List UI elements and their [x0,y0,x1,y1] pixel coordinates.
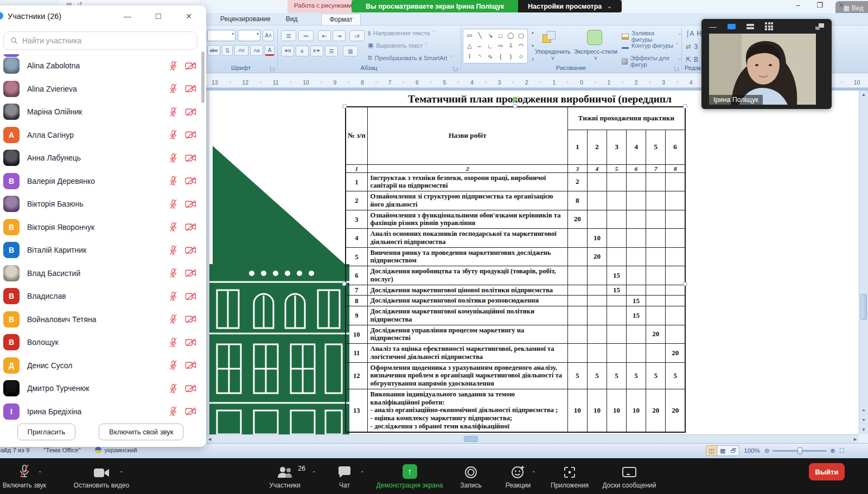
tab-format[interactable]: Формат [321,14,361,25]
window-restore-button[interactable]: ❐ [815,1,825,9]
line-spacing-button[interactable]: ↕≡ [349,30,365,41]
participant-row[interactable]: Маріна Олійник [0,100,206,124]
scroll-down-arrow[interactable]: ▼ [859,426,868,434]
drawing-dialog-launcher[interactable]: ↘ [674,66,679,71]
tab-review[interactable]: Рецензирование [213,14,278,24]
shape-glyph[interactable]: ∿ [488,53,493,60]
previous-slide-button[interactable]: ⏶ [859,406,868,415]
shape-glyph[interactable]: ⌐ [478,43,481,49]
unmute-control[interactable]: ⌃ Включить звук [0,463,60,489]
whiteboards-control[interactable]: Доски сообщений [597,463,662,489]
shape-outline-button[interactable]: Контур фигуры ˇ [622,42,678,49]
resize-handle-mid-left[interactable] [342,282,346,286]
next-slide-button[interactable]: ⏷ [859,416,868,425]
participant-row[interactable]: Анна Лабунець [0,146,206,170]
unmute-self-button[interactable]: Включить свой звук [99,424,183,440]
strikethrough-button[interactable]: abc [207,45,220,56]
select-button[interactable]: ⇱В [686,56,698,63]
paragraph-dialog-launcher[interactable]: ↘ [454,66,458,71]
shape-glyph[interactable]: ∟ [487,43,493,49]
slideshow-button[interactable]: 🗗 [728,446,739,455]
zoom-in-icon[interactable]: ⊕ [830,447,835,454]
participant-row[interactable]: AАлла Сагінур [0,124,206,147]
justify-button[interactable]: ☰ [325,46,338,56]
zoom-slider[interactable]: ⊖⊕ [764,447,835,454]
reactions-caret[interactable]: ⌃ [532,470,536,476]
scroll-right-arrow[interactable]: ► [853,435,858,444]
shape-glyph[interactable]: ↘ [488,32,493,39]
find-button[interactable]: ⌠AН [686,30,701,37]
scroll-left-arrow[interactable]: ◄ [207,435,212,444]
columns-button[interactable]: ▥ [343,46,358,56]
resize-handle-top-left[interactable] [342,104,347,108]
increase-indent-button[interactable]: ⇥ [333,30,346,41]
active-speaker-view-icon[interactable] [727,24,736,29]
participant-row[interactable]: ІІрина Бредіхіна [0,400,206,424]
text-direction-button[interactable]: ⫵Направление текста ˇ [368,29,435,36]
gallery-view-icon[interactable] [765,22,773,30]
strip-view-icon[interactable] [746,24,754,29]
shape-fill-button[interactable]: Заливка фигуры ˇ [622,30,681,43]
font-name-combo[interactable] [207,30,235,41]
search-participant-box[interactable]: Найти участника [3,31,197,50]
record-control[interactable]: Запись [455,463,487,489]
shape-glyph[interactable]: ⇩ [508,42,513,49]
shadow-button[interactable]: S [222,45,233,56]
character-spacing-button[interactable]: AV [234,45,248,56]
share-screen-control[interactable]: ↑ Демонстрация экрана [372,463,448,489]
font-color-button[interactable]: A [265,45,275,56]
tab-view[interactable]: Вид [278,14,305,24]
hscroll-thumb[interactable] [464,436,478,442]
shape-glyph[interactable]: ╲ [478,32,482,39]
shape-glyph[interactable]: ☆ [519,53,524,60]
normal-view-button[interactable]: ◫ [706,446,717,455]
font-dialog-launcher[interactable]: ↘ [270,66,275,71]
bullets-button[interactable]: ☰ [281,30,296,41]
decrease-indent-button[interactable]: ⇤ [318,30,331,41]
resize-handle-mid-right[interactable] [683,282,687,286]
quick-styles-button[interactable]: Экспресс-стили˅ [573,48,618,61]
replace-button[interactable]: ⇄З [686,43,698,50]
shape-glyph[interactable]: ◠ [519,42,524,49]
zoom-out-icon[interactable]: ⊖ [764,447,770,454]
minimize-video-icon[interactable]: — [709,22,717,31]
leave-meeting-button[interactable]: Выйти [809,463,845,480]
participant-row[interactable]: ВВіталій Каритник [0,239,206,262]
shape-glyph[interactable]: ⌇ [468,53,471,60]
shapes-gallery[interactable]: ▭╲↘□◯▢△⌐∟⇨⇩◠⌇◝∿{}☆ [463,29,528,63]
vscroll-thumb[interactable] [860,294,867,320]
participant-row[interactable]: ВВладислав [0,285,206,308]
resize-handle-top-right[interactable] [683,104,687,108]
invite-button[interactable]: Пригласить [17,424,76,440]
participant-row[interactable]: Alina Zvierieva [0,78,206,101]
shape-glyph[interactable]: ◝ [478,53,481,60]
rotate-handle[interactable] [513,97,517,101]
shape-glyph[interactable]: } [510,53,512,60]
shape-glyph[interactable]: □ [499,33,502,39]
participants-caret[interactable]: ⌃ [312,470,316,476]
participant-row[interactable]: Влад Басистий [0,262,206,285]
participant-row[interactable]: ВВойналович Тетяна [0,308,206,331]
reactions-control[interactable]: ⌃ Реакции [499,463,537,489]
language-indicator[interactable]: украинский [95,447,137,453]
scroll-up-arrow[interactable]: ▲ [859,91,868,99]
view-settings-button[interactable]: Настройки просмотра⌄ [518,0,622,12]
video-options-caret[interactable]: ⌃ [119,470,124,476]
chat-caret[interactable]: ⌃ [360,470,365,476]
view-switcher[interactable]: ◫▦🗗 [706,445,739,456]
panel-maximize-button[interactable]: ☐ [155,12,162,21]
slide-canvas[interactable]: Тематичний план проходження виробничої (… [206,91,859,434]
shape-glyph[interactable]: ▢ [518,32,524,39]
participant-row[interactable]: ДДенис Сусол [0,354,206,377]
participant-row[interactable]: Alina Zabolotna [0,54,206,78]
numbering-button[interactable]: ≔ [298,30,314,41]
stop-video-control[interactable]: ⌃ Остановить видео [61,463,142,489]
shape-glyph[interactable]: ◯ [507,32,514,39]
participant-row[interactable]: ВВалерія Деревянко [0,170,206,193]
slide-sorter-button[interactable]: ▦ [717,446,728,455]
chat-control[interactable]: ⌃ Чат [331,463,358,489]
shape-glyph[interactable]: ⇨ [498,42,503,49]
audio-options-caret[interactable]: ⌃ [38,470,42,476]
resize-handle-top-center[interactable] [513,104,517,108]
align-left-button[interactable]: ⯇≡ [281,46,294,56]
